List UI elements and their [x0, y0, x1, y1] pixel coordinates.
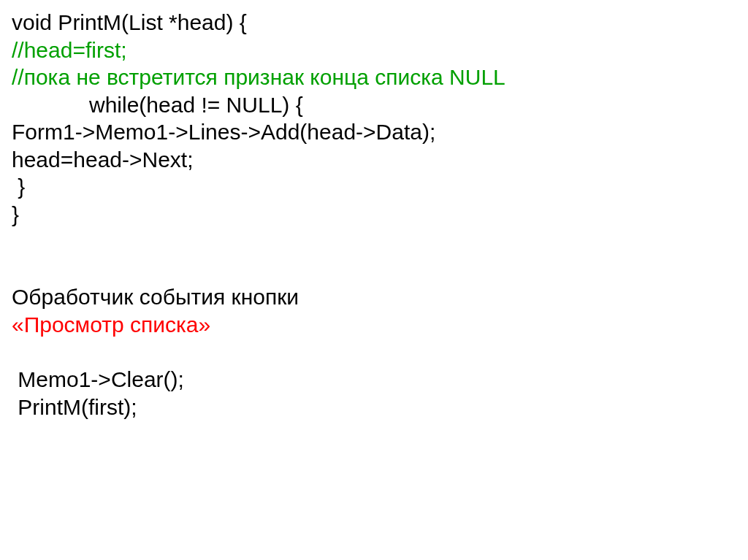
code-line-4: while(head != NULL) { — [12, 91, 736, 119]
code-line-7: } — [12, 173, 736, 201]
code-line-3-comment: //пока не встретится признак конца списк… — [12, 64, 736, 91]
handler-call-1: Memo1->Clear(); — [12, 366, 736, 394]
handler-call-2: PrintM(first); — [12, 394, 736, 421]
handler-title-black: Обработчик события кнопки — [12, 283, 736, 311]
handler-title-red: «Просмотр списка» — [12, 311, 736, 339]
code-line-1: void PrintM(List *head) { — [12, 9, 736, 37]
code-line-5: Form1->Memo1->Lines->Add(head->Data); — [12, 118, 736, 146]
blank-spacer — [12, 228, 736, 283]
code-line-2-comment: //head=first; — [12, 37, 736, 64]
code-line-8: } — [12, 201, 736, 229]
blank-spacer-2 — [12, 338, 736, 366]
code-line-6: head=head->Next; — [12, 146, 736, 174]
